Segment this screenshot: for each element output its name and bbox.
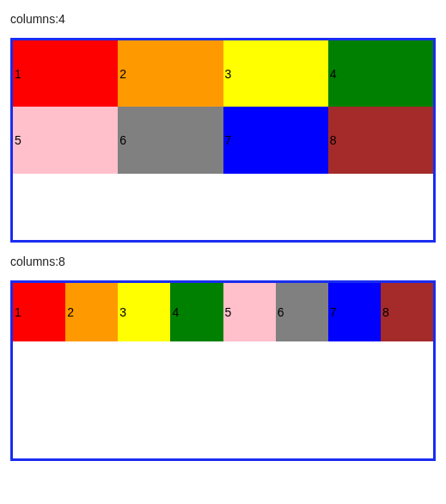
grid-cell: 7 bbox=[328, 283, 381, 341]
grid-container-8: 1 2 3 4 5 6 7 8 bbox=[10, 280, 436, 461]
grid-cell: 5 bbox=[13, 107, 118, 173]
grid-cell: 8 bbox=[381, 283, 433, 341]
grid-cell: 1 bbox=[13, 40, 118, 107]
grid-label: columns:8 bbox=[10, 255, 436, 268]
grid-container-4: 1 2 3 4 5 6 7 8 bbox=[10, 38, 436, 243]
grid-cell: 7 bbox=[223, 107, 328, 173]
grid-cell: 3 bbox=[118, 283, 170, 341]
grid-cell: 3 bbox=[223, 40, 328, 107]
grid-cell: 1 bbox=[13, 283, 65, 341]
grid-cell: 2 bbox=[65, 283, 118, 341]
grid-cell: 5 bbox=[223, 283, 276, 341]
grid-label: columns:4 bbox=[10, 12, 436, 26]
grid-cell: 6 bbox=[276, 283, 328, 341]
grid-cell: 4 bbox=[328, 40, 433, 107]
grid-cell: 2 bbox=[118, 40, 223, 107]
grid-cell: 4 bbox=[170, 283, 223, 341]
grid-cell: 8 bbox=[328, 107, 433, 173]
grid-cell: 6 bbox=[118, 107, 223, 173]
